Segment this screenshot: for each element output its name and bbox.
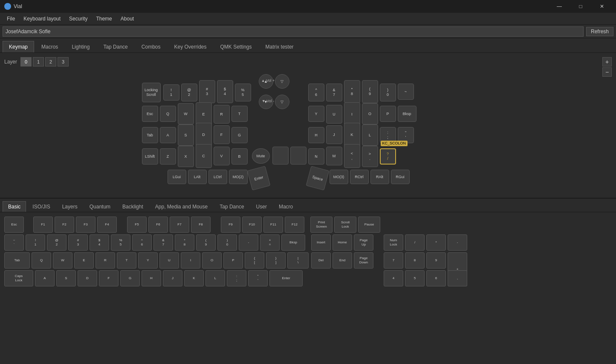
picker-key[interactable]: $ 4: [90, 234, 109, 251]
picker-key[interactable]: 5: [405, 270, 425, 286]
keyboard-key[interactable]: # 3: [199, 80, 215, 103]
picker-key[interactable]: Enter: [269, 270, 303, 286]
picker-key[interactable]: % 5: [111, 234, 130, 251]
keyboard-key[interactable]: % 5: [235, 84, 251, 101]
keyboard-key[interactable]: P: [380, 106, 396, 122]
keyboard-key[interactable]: MO(3): [330, 170, 348, 184]
keyboard-key[interactable]: J: [326, 125, 342, 144]
keyboard-key[interactable]: O: [362, 103, 378, 124]
picker-key[interactable]: F4: [97, 217, 117, 233]
keyboard-key[interactable]: G: [231, 127, 248, 143]
picker-key[interactable]: /: [405, 234, 425, 251]
bottom-tab-layers[interactable]: Layers: [57, 201, 83, 212]
picker-key[interactable]: | \: [287, 252, 309, 269]
keyboard-key[interactable]: RCtrl: [350, 170, 369, 184]
picker-key[interactable]: } ]: [266, 252, 286, 269]
picker-key[interactable]: 6: [426, 270, 446, 286]
picker-key[interactable]: Home: [333, 234, 352, 251]
bottom-tab-user[interactable]: User: [251, 201, 272, 212]
keyboard-key[interactable]: D: [196, 123, 212, 147]
tab-qmk-settings[interactable]: QMK Settings: [214, 41, 258, 52]
keyboard-key[interactable]: ^ 6: [308, 84, 324, 101]
picker-key[interactable]: E: [74, 252, 94, 269]
menu-keyboard-layout[interactable]: Keyboard layout: [19, 14, 65, 23]
picker-key[interactable]: 4: [384, 270, 403, 286]
keyboard-key[interactable]: ~: [398, 84, 414, 100]
bottom-tab-macro[interactable]: Macro: [273, 201, 298, 212]
menu-security[interactable]: Security: [65, 14, 92, 23]
picker-key[interactable]: Tab: [4, 252, 30, 269]
picker-key[interactable]: F2: [55, 217, 74, 233]
zoom-in-button[interactable]: +: [602, 57, 612, 66]
picker-key[interactable]: K: [184, 270, 204, 286]
picker-key[interactable]: I: [181, 252, 200, 269]
keyboard-key[interactable]: Y: [308, 106, 324, 122]
menu-theme[interactable]: Theme: [92, 14, 116, 23]
picker-key[interactable]: D: [78, 270, 97, 286]
picker-key[interactable]: * 8: [175, 234, 194, 251]
keyboard-key[interactable]: & 7: [326, 84, 342, 101]
keyboard-key[interactable]: Tab: [142, 127, 158, 143]
keyboard-key[interactable]: T: [231, 106, 248, 122]
bottom-tab-basic[interactable]: Basic: [3, 201, 26, 212]
tab-macros[interactable]: Macros: [35, 41, 64, 52]
keyboard-key[interactable]: @ 2: [181, 84, 197, 101]
keyboard-key[interactable]: ! 1: [163, 84, 179, 101]
keyboard-key[interactable]: L: [362, 124, 378, 146]
keyboard-key[interactable]: ) 0: [380, 84, 396, 101]
picker-key[interactable]: S: [56, 270, 76, 286]
keyboard-key[interactable]: W: [178, 103, 194, 124]
keyboard-key[interactable]: * 8: [344, 80, 360, 103]
keyboard-key[interactable]: RGui: [391, 170, 410, 184]
picker-key[interactable]: A: [35, 270, 55, 286]
keyboard-key[interactable]: V: [214, 147, 230, 165]
keyboard-key[interactable]: ? /KC_SCOLON: [380, 148, 396, 165]
keyboard-key[interactable]: A: [160, 127, 176, 143]
layer-btn-2[interactable]: 2: [45, 57, 56, 66]
picker-key[interactable]: ( 9: [196, 234, 216, 251]
picker-key[interactable]: ! 1: [26, 234, 45, 251]
picker-key[interactable]: ^ 6: [132, 234, 152, 251]
picker-key[interactable]: T: [117, 252, 136, 269]
picker-key[interactable]: 7: [384, 252, 403, 269]
keyboard-key[interactable]: > .: [362, 146, 378, 167]
picker-key[interactable]: Caps Lock: [4, 270, 33, 286]
tab-matrix-tester[interactable]: Matrix tester: [259, 41, 300, 52]
keyboard-key[interactable]: LAlt: [188, 170, 207, 184]
picker-key[interactable]: 8: [405, 252, 425, 269]
keyboard-key[interactable]: Q: [160, 106, 176, 122]
picker-key[interactable]: Scroll Lock: [334, 217, 356, 233]
picker-key[interactable]: F3: [76, 217, 95, 233]
keyboard-key[interactable]: H: [308, 127, 324, 143]
layer-btn-1[interactable]: 1: [33, 57, 44, 66]
keyboard-key[interactable]: F: [214, 125, 230, 144]
keyboard-key[interactable]: ▼ Vol -: [254, 95, 283, 107]
picker-key[interactable]: Print Screen: [310, 217, 333, 233]
picker-key[interactable]: + =: [260, 234, 280, 251]
bottom-tab-tap-dance[interactable]: Tap Dance: [214, 201, 249, 212]
picker-key[interactable]: P: [223, 252, 243, 269]
picker-key[interactable]: # 3: [68, 234, 88, 251]
picker-key[interactable]: F5: [127, 217, 147, 233]
bottom-tab-iso-jis[interactable]: ISO/JIS: [27, 201, 55, 212]
picker-key[interactable]: *: [426, 234, 446, 251]
picker-key[interactable]: G: [120, 270, 140, 286]
maximize-button[interactable]: □: [571, 0, 590, 13]
picker-key[interactable]: Esc: [4, 217, 24, 233]
minimize-button[interactable]: —: [549, 0, 569, 13]
picker-key[interactable]: F1: [33, 217, 53, 233]
keyboard-key[interactable]: LShift: [142, 148, 158, 165]
bottom-tab-backlight[interactable]: Backlight: [117, 201, 149, 212]
keyboard-key[interactable]: Mute: [252, 148, 270, 164]
keyboard-key[interactable]: M: [326, 147, 342, 165]
picker-key[interactable]: Bksp: [281, 234, 305, 251]
picker-key[interactable]: 9: [426, 252, 446, 269]
picker-key[interactable]: U: [159, 252, 179, 269]
picker-key[interactable]: ,: [448, 270, 467, 286]
picker-key[interactable]: R: [95, 252, 115, 269]
picker-key[interactable]: F12: [285, 217, 304, 233]
keyboard-key[interactable]: Locking Scroll: [142, 83, 161, 102]
picker-key[interactable]: F10: [242, 217, 262, 233]
menu-file[interactable]: File: [3, 14, 19, 23]
keyboard-key[interactable]: RAlt: [370, 170, 389, 184]
